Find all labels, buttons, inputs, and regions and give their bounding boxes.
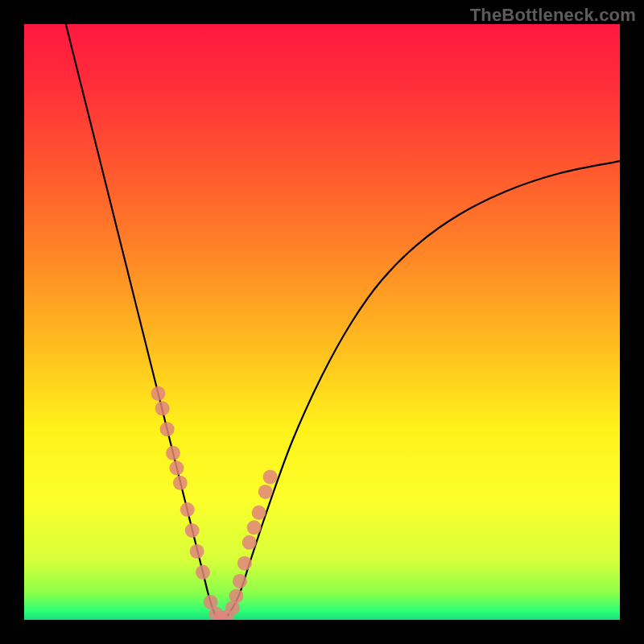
data-point [252, 506, 266, 520]
data-point [166, 446, 180, 460]
data-point [180, 502, 195, 517]
data-point [237, 556, 252, 571]
data-point [242, 535, 257, 550]
data-point [190, 544, 204, 559]
chart-svg [24, 24, 620, 620]
data-point [173, 476, 188, 490]
data-point [263, 469, 278, 484]
data-point [185, 523, 200, 538]
data-point [169, 460, 184, 475]
data-point [160, 422, 175, 436]
data-point [155, 401, 170, 415]
data-point [196, 565, 210, 580]
plot-area [24, 24, 620, 620]
data-point [233, 574, 247, 588]
data-point [247, 520, 262, 535]
gradient-background [24, 24, 620, 620]
data-point [151, 386, 166, 401]
chart-frame: TheBottleneck.com [0, 0, 644, 644]
data-point [229, 588, 243, 603]
watermark-label: TheBottleneck.com [470, 5, 636, 26]
data-point [258, 485, 273, 499]
